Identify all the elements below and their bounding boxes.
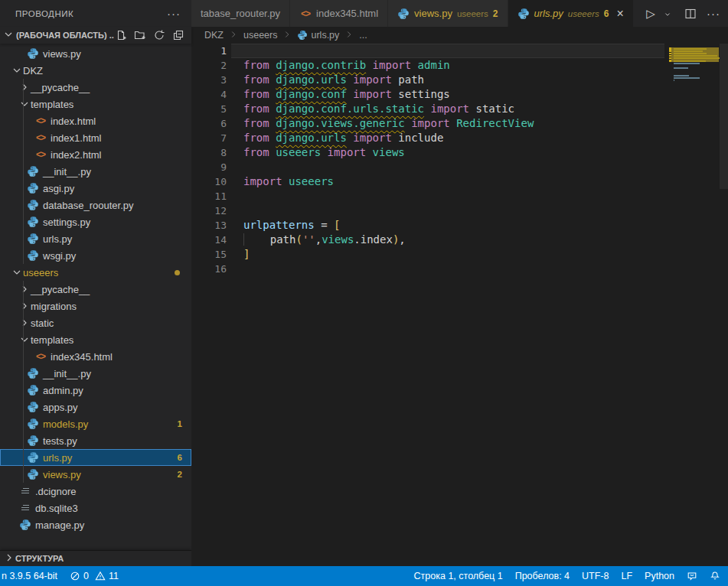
tree-item-useeers[interactable]: useeers	[0, 264, 191, 281]
code-line-3[interactable]: 3from django.urls import path	[191, 73, 728, 87]
code-line-10[interactable]: 10import useeers	[191, 174, 728, 189]
outline-section-label: СТРУКТУРА	[15, 554, 64, 563]
breadcrumb-item[interactable]: useeers	[243, 30, 277, 41]
tree-item-DKZ[interactable]: DKZ	[0, 62, 191, 79]
code-line-11[interactable]: 11	[191, 189, 728, 203]
run-icon[interactable]: ▷	[644, 5, 658, 22]
code-line-2[interactable]: 2from django.contrib import admin	[191, 58, 728, 73]
tree-item-database_roouter.py[interactable]: database_roouter.py	[0, 197, 191, 213]
tree-item-asgi.py[interactable]: asgi.py	[0, 180, 191, 197]
warning-icon	[95, 571, 106, 581]
tree-item-templates[interactable]: templates	[0, 331, 191, 348]
code-line-8[interactable]: 8from useeers import views	[191, 145, 728, 160]
code-line-13[interactable]: 13urlpatterns = [	[191, 218, 728, 233]
tree-item-templates[interactable]: templates	[0, 96, 191, 112]
new-file-icon[interactable]	[114, 28, 128, 42]
status-eol[interactable]: LF	[621, 571, 632, 581]
tree-item-.dcignore[interactable]: .dcignore	[0, 483, 191, 500]
code-editor[interactable]: 12from django.contrib import admin3from …	[191, 44, 728, 566]
tree-item-label: urls.py	[43, 452, 72, 464]
code-line-4[interactable]: 4from django.conf import settings	[191, 87, 728, 102]
code-line-14[interactable]: 14 path('',views.index),	[191, 233, 728, 247]
more-actions-icon[interactable]: ···	[707, 5, 720, 22]
status-notifications[interactable]	[710, 571, 720, 581]
tree-item-index.html[interactable]: <>index.html	[0, 112, 191, 129]
code-line-15[interactable]: 15]	[191, 247, 728, 262]
status-feedback[interactable]	[687, 571, 697, 581]
python-file-icon	[27, 182, 39, 194]
tree-item-manage.py[interactable]: manage.py	[0, 516, 191, 533]
status-cursor-position[interactable]: Строка 1, столбец 1	[414, 571, 503, 581]
python-file-icon	[517, 8, 530, 20]
explorer-more-icon[interactable]: ···	[167, 7, 181, 20]
status-python-interpreter[interactable]: n 3.9.5 64-bit	[2, 571, 57, 581]
close-icon[interactable]: ×	[616, 8, 623, 20]
status-language-mode[interactable]: Python	[645, 571, 674, 581]
tab-views.py[interactable]: views.pyuseeers2	[388, 0, 508, 27]
run-dropdown-icon[interactable]	[661, 5, 674, 22]
refresh-icon[interactable]	[152, 28, 166, 42]
tab-label: index345.html	[316, 8, 378, 19]
code-line-16[interactable]: 16	[191, 262, 728, 276]
code-line-1[interactable]: 1	[191, 44, 728, 58]
split-editor-icon[interactable]	[684, 5, 697, 22]
tree-item-label: __init__.py	[43, 166, 91, 177]
status-problems-warnings[interactable]: 11	[95, 571, 119, 581]
tab-urls.py[interactable]: urls.pyuseeers6×	[508, 0, 634, 27]
tree-item-urls.py[interactable]: urls.py6	[0, 449, 191, 466]
tree-item-static[interactable]: static	[0, 314, 191, 331]
tree-item-__init__.py[interactable]: __init__.py	[0, 365, 191, 382]
outline-section-header[interactable]: СТРУКТУРА	[0, 550, 191, 566]
status-indentation[interactable]: Пробелов: 4	[515, 571, 570, 581]
tree-item-wsgi.py[interactable]: wsgi.py	[0, 247, 191, 264]
minimap[interactable]	[669, 45, 720, 229]
python-file-icon	[27, 401, 39, 413]
status-problems-errors[interactable]: 0	[70, 571, 89, 581]
problems-badge: 6	[178, 453, 182, 462]
tree-item-migrations[interactable]: migrations	[0, 298, 191, 314]
tab-tabase_roouter.py[interactable]: tabase_roouter.py	[191, 0, 290, 27]
code-line-5[interactable]: 5from django.conf.urls.static import sta…	[191, 102, 728, 116]
status-encoding[interactable]: UTF-8	[582, 571, 609, 581]
collapse-all-icon[interactable]	[171, 28, 185, 42]
tree-item-__pycache__[interactable]: __pycache__	[0, 79, 191, 96]
tree-item-views.py[interactable]: views.py2	[0, 466, 191, 483]
tree-item-admin.py[interactable]: admin.py	[0, 382, 191, 399]
tree-item-index1.html[interactable]: <>index1.html	[0, 129, 191, 146]
explorer-title: ПРОВОДНИК	[15, 9, 73, 18]
code-line-7[interactable]: 7from django.urls import include	[191, 131, 728, 145]
status-bar: n 3.9.5 64-bit011Строка 1, столбец 1Проб…	[0, 566, 728, 586]
html-file-icon: <>	[34, 132, 47, 144]
tree-item-__pycache__[interactable]: __pycache__	[0, 281, 191, 298]
breadcrumb-label: ...	[359, 30, 367, 41]
tab-index345.html[interactable]: <>index345.html	[290, 0, 388, 27]
tree-item-models.py[interactable]: models.py1	[0, 415, 191, 432]
tree-item-urls.py[interactable]: urls.py	[0, 230, 191, 247]
tree-item-views.py[interactable]: views.py	[0, 45, 191, 62]
breadcrumb-item[interactable]: urls.py	[297, 30, 339, 41]
code-line-6[interactable]: 6from django.views.generic import Redire…	[191, 116, 728, 131]
tree-item-apps.py[interactable]: apps.py	[0, 399, 191, 415]
workspace-section-header[interactable]: (РАБОЧАЯ ОБЛАСТЬ) ...	[0, 27, 191, 44]
code-line-text: from django.views.generic import Redirec…	[231, 116, 664, 131]
python-file-icon	[27, 468, 39, 480]
tree-item-index345.html[interactable]: <>index345.html	[0, 348, 191, 365]
editor-scrollbar[interactable]	[720, 44, 728, 189]
new-folder-icon[interactable]	[133, 28, 147, 42]
line-number: 4	[191, 87, 227, 102]
breadcrumb-item[interactable]: ...	[359, 30, 367, 41]
tree-item-settings.py[interactable]: settings.py	[0, 213, 191, 230]
breadcrumb-item[interactable]: DKZ	[204, 30, 224, 41]
tree-item-label: templates	[31, 99, 73, 110]
tree-indent-guide	[23, 79, 24, 264]
tree-item-index2.html[interactable]: <>index2.html	[0, 146, 191, 163]
code-line-12[interactable]: 12	[191, 203, 728, 218]
tree-item-label: templates	[31, 334, 73, 346]
minimap-warning-mark	[669, 50, 671, 51]
tree-item-db.sqlite3[interactable]: db.sqlite3	[0, 500, 191, 516]
tree-item-__init__.py[interactable]: __init__.py	[0, 163, 191, 180]
tree-item-tests.py[interactable]: tests.py	[0, 432, 191, 449]
tree-item-label: index2.html	[51, 149, 101, 161]
chevron-right-icon	[18, 283, 31, 295]
code-line-9[interactable]: 9	[191, 160, 728, 174]
